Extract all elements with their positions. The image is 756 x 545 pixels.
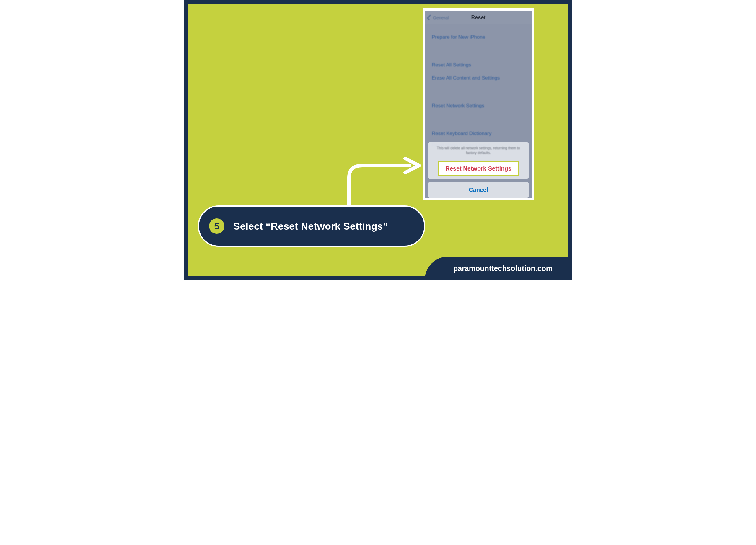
menu-prepare-new-iphone[interactable]: Prepare for New iPhone [425,31,532,44]
nav-bar: General Reset [425,11,532,24]
footer-attribution: paramounttechsolution.com [425,256,572,280]
menu-reset-network-settings[interactable]: Reset Network Settings [425,99,532,112]
action-sheet-confirm-row: Reset Network Settings [428,158,529,179]
instruction-pill: 5 Select “Reset Network Settings” [198,205,425,247]
instruction-text: Select “Reset Network Settings” [233,220,388,232]
cancel-button[interactable]: Cancel [428,182,529,198]
pointer-arrow-icon [345,157,421,210]
step-number-badge: 5 [209,218,224,234]
tutorial-slide: General Reset Prepare for New iPhone Res… [184,0,572,280]
menu-section-3: Reset Network Settings [425,99,532,112]
phone-screen: General Reset Prepare for New iPhone Res… [425,11,532,198]
action-sheet: This will delete all network settings, r… [425,140,532,198]
menu-erase-all-content[interactable]: Erase All Content and Settings [425,71,532,84]
action-sheet-message: This will delete all network settings, r… [428,142,529,158]
nav-title: Reset [425,14,532,21]
footer-site-text: paramounttechsolution.com [453,264,553,273]
menu-reset-all-settings[interactable]: Reset All Settings [425,58,532,71]
action-sheet-panel: This will delete all network settings, r… [428,142,529,179]
menu-reset-keyboard-dictionary[interactable]: Reset Keyboard Dictionary [425,127,532,140]
phone-frame: General Reset Prepare for New iPhone Res… [423,8,534,200]
menu-section-1: Prepare for New iPhone [425,31,532,44]
menu-section-2: Reset All Settings Erase All Content and… [425,58,532,84]
confirm-reset-network-button[interactable]: Reset Network Settings [438,161,519,176]
